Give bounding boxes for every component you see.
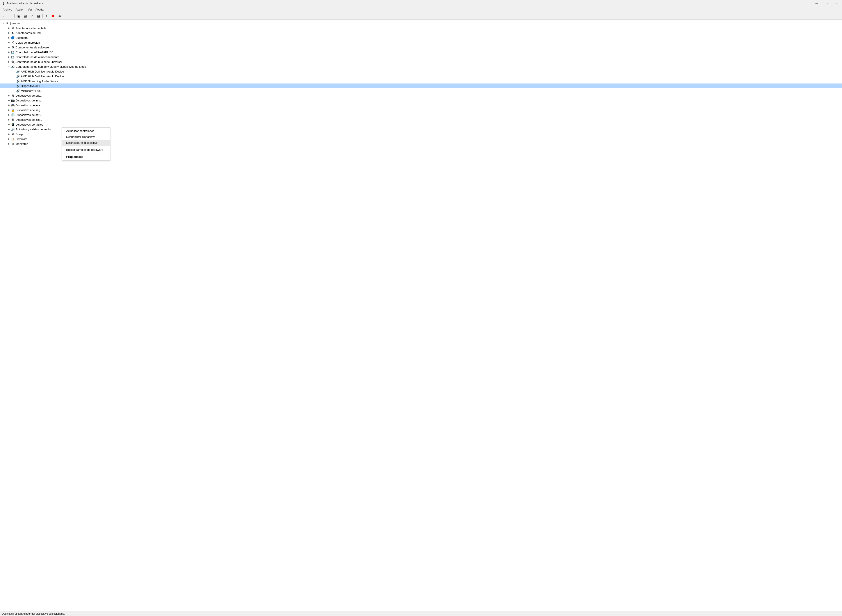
camera-icon: 📷 [11, 98, 15, 102]
tree-item-dispositivos-bus[interactable]: ▶ 🔌 Dispositivos de bus... [0, 93, 842, 98]
expand-firmware[interactable]: ▶ [7, 137, 11, 141]
context-menu-desinstalar[interactable]: Desinstalar el dispositivo [62, 140, 110, 146]
tree-item-adaptadores-red[interactable]: ▶ 🖧 Adaptadores de red [0, 31, 842, 35]
expand-bluetooth[interactable]: ▶ [7, 36, 11, 40]
phone-icon: 📱 [11, 123, 15, 126]
tree-item-amd-streaming[interactable]: 🔊 AMD Streaming Audio Device [0, 79, 842, 84]
expand-ata[interactable]: ▶ [7, 50, 11, 54]
tree-item-dispositivos-imagen[interactable]: ▶ 📷 Dispositivos de ima... [0, 98, 842, 103]
equipo-icon: 🖥 [11, 132, 15, 136]
tree-item-controladoras-sonido[interactable]: ▼ 🔊 Controladoras de sonido y vídeo y di… [0, 64, 842, 69]
label-controladoras-sonido: Controladoras de sonido y vídeo y dispos… [16, 65, 86, 68]
label-microsoft-life: Microsoft® Life... [21, 89, 42, 92]
monitors-icon: 🖥 [11, 142, 15, 146]
expand-adaptadores-pantalla[interactable]: ▶ [7, 26, 11, 30]
label-dispositivos-sistema: Dispositivos del sis... [16, 118, 42, 122]
tree-item-componentes-software[interactable]: ▶ ⚙ Componentes de software [0, 45, 842, 50]
expand-disp-software[interactable]: ▶ [7, 113, 11, 117]
firmware-icon: 📋 [11, 137, 15, 141]
toolbar-back[interactable]: ← [1, 13, 7, 19]
expand-sonido[interactable]: ▼ [7, 65, 11, 68]
audio-icon-1: 🔊 [16, 69, 20, 73]
ata-icon: 💾 [11, 50, 15, 54]
label-dispositivo-hd: Dispositivo de H... [21, 84, 44, 88]
tree-item-dispositivo-hd[interactable]: 🔊 Dispositivo de H... [0, 84, 842, 88]
tree-item-controladoras-ata[interactable]: ▶ 💾 Controladoras ATA/ATAPI IDE [0, 50, 842, 54]
tree-item-controladoras-bus[interactable]: ▶ 🔌 Controladoras de bus serie universal [0, 59, 842, 64]
minimize-button[interactable]: — [812, 0, 822, 7]
tree-item-equipo[interactable]: ▶ 🖥 Equipo [0, 132, 842, 136]
tree-view[interactable]: ▼ 🖥 juanma ▶ 🖥 Adaptadores de pantalla ▶… [0, 20, 842, 611]
tree-item-dispositivos-software[interactable]: ▶ 💿 Dispositivos de sof... [0, 112, 842, 117]
expand-disp-bus[interactable]: ▶ [7, 94, 11, 97]
tree-item-amd-audio-2[interactable]: 🔊 AMD High Definition Audio Device [0, 74, 842, 79]
expand-bus[interactable]: ▶ [7, 60, 11, 63]
context-menu-propiedades[interactable]: Propiedades [62, 154, 110, 160]
expand-equipo[interactable]: ▶ [7, 132, 11, 136]
toolbar-download[interactable]: ⊕ [57, 13, 63, 19]
toolbar-properties[interactable]: ▣ [16, 13, 22, 19]
menu-bar: Archivo Acción Ver Ayuda [0, 7, 842, 12]
tree-item-bluetooth[interactable]: ▶ 🔵 Bluetooth [0, 35, 842, 40]
tree-item-dispositivos-interfaz[interactable]: ▶ 🎮 Dispositivos de inte... [0, 103, 842, 108]
audio-io-icon: 🔊 [11, 127, 15, 131]
toolbar: ← → ▣ ▤ ? ▦ 🖥 ✖ ⊕ [0, 12, 842, 20]
expand-adaptadores-red[interactable]: ▶ [7, 31, 11, 35]
expand-componentes[interactable]: ▶ [7, 45, 11, 49]
toolbar-sep-2 [42, 14, 43, 18]
toolbar-uninstall[interactable]: ✖ [50, 13, 56, 19]
tree-item-adaptadores-pantalla[interactable]: ▶ 🖥 Adaptadores de pantalla [0, 26, 842, 31]
menu-ayuda[interactable]: Ayuda [34, 7, 46, 12]
tree-item-monitores[interactable]: ▶ 🖥 Monitores [0, 141, 842, 146]
label-colas-impresion: Colas de impresión [16, 41, 40, 44]
label-amd-audio-1: AMD High Definition Audio Device [21, 70, 64, 73]
tree-item-entradas-salidas[interactable]: ▶ 🔊 Entradas y salidas de audio [0, 127, 842, 132]
storage-icon: 💾 [11, 55, 15, 59]
toolbar-help[interactable]: ? [29, 13, 35, 19]
toolbar-scan[interactable]: ▦ [35, 13, 41, 19]
label-dispositivos-bus: Dispositivos de bus... [16, 94, 43, 97]
tree-item-firmware[interactable]: ▶ 📋 Firmware [0, 136, 842, 141]
expand-disp-seguridad[interactable]: ▶ [7, 108, 11, 112]
menu-archivo[interactable]: Archivo [1, 7, 14, 12]
expand-entradas[interactable]: ▶ [7, 128, 11, 131]
expand-disp-interfaz[interactable]: ▶ [7, 103, 11, 107]
context-menu-buscar[interactable]: Buscar cambios de hardware [62, 147, 110, 153]
expand-colas[interactable]: ▶ [7, 41, 11, 44]
context-menu-actualizar[interactable]: Actualizar controlador [62, 128, 110, 134]
tree-root[interactable]: ▼ 🖥 juanma [0, 21, 842, 26]
tree-item-dispositivos-sistema[interactable]: ▶ 🖥 Dispositivos del sis... [0, 117, 842, 122]
status-bar: Desinstala el controlador del dispositiv… [0, 611, 842, 616]
tree-item-amd-audio-1[interactable]: 🔊 AMD High Definition Audio Device [0, 69, 842, 74]
expand-monitores[interactable]: ▶ [7, 142, 11, 145]
menu-ver[interactable]: Ver [26, 7, 34, 12]
close-button[interactable]: ✕ [832, 0, 842, 7]
menu-accion[interactable]: Acción [14, 7, 26, 12]
ms-audio-icon: 🔊 [16, 89, 20, 93]
expand-almacenamiento[interactable]: ▶ [7, 55, 11, 59]
expand-disp-sistema[interactable]: ▶ [7, 118, 11, 122]
expand-root[interactable]: ▼ [2, 22, 6, 25]
toolbar-update-driver[interactable]: ▤ [22, 13, 28, 19]
tree-item-controladoras-almacenamiento[interactable]: ▶ 💾 Controladoras de almacenamiento [0, 54, 842, 59]
audio-icon-2: 🔊 [16, 74, 20, 78]
window-controls: — □ ✕ [812, 0, 842, 7]
maximize-button[interactable]: □ [822, 0, 832, 7]
label-adaptadores-red: Adaptadores de red [16, 31, 41, 35]
label-dispositivos-interfaz: Dispositivos de inte... [16, 104, 43, 107]
tree-item-dispositivos-seguridad[interactable]: ▶ 🔒 Dispositivos de seg... [0, 108, 842, 112]
computer-icon: 🖥 [6, 21, 9, 25]
tree-item-microsoft-life[interactable]: 🔊 Microsoft® Life... [0, 88, 842, 93]
tree-item-dispositivos-portatiles[interactable]: ▶ 📱 Dispositivos portátiles [0, 122, 842, 127]
system-icon: 🖥 [11, 118, 15, 122]
expand-disp-portatiles[interactable]: ▶ [7, 123, 11, 126]
tree-item-colas-impresion[interactable]: ▶ 🖨 Colas de impresión [0, 40, 842, 45]
usb-icon: 🔌 [11, 60, 15, 64]
toolbar-forward[interactable]: → [7, 13, 13, 19]
expand-disp-imagen[interactable]: ▶ [7, 98, 11, 102]
toolbar-monitor[interactable]: 🖥 [43, 13, 50, 19]
bluetooth-icon: 🔵 [11, 36, 15, 40]
context-menu-deshabilitar[interactable]: Deshabilitar dispositivo [62, 134, 110, 140]
label-controladoras-ata: Controladoras ATA/ATAPI IDE [16, 51, 53, 54]
label-firmware: Firmware [16, 137, 27, 141]
